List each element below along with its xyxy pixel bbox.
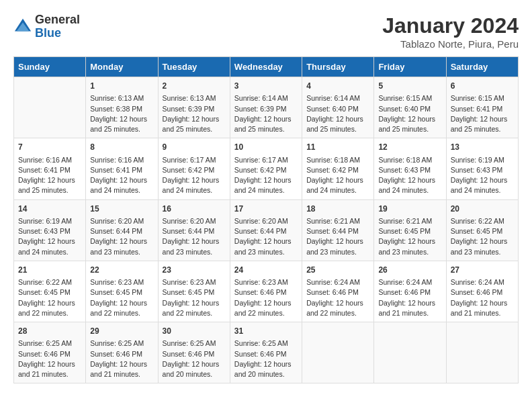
header-row: Sunday Monday Tuesday Wednesday Thursday… bbox=[14, 57, 519, 77]
page-header: General Blue January 2024 Tablazo Norte,… bbox=[13, 13, 519, 50]
day-details: Sunrise: 6:22 AM Sunset: 6:45 PM Dayligh… bbox=[18, 277, 81, 318]
day-details: Sunrise: 6:23 AM Sunset: 6:45 PM Dayligh… bbox=[90, 277, 153, 318]
day-details: Sunrise: 6:24 AM Sunset: 6:46 PM Dayligh… bbox=[378, 277, 441, 318]
calendar-cell: 23Sunrise: 6:23 AM Sunset: 6:45 PM Dayli… bbox=[158, 261, 230, 322]
day-details: Sunrise: 6:25 AM Sunset: 6:46 PM Dayligh… bbox=[234, 338, 298, 379]
logo: General Blue bbox=[13, 13, 80, 40]
day-number: 20 bbox=[451, 203, 514, 215]
day-details: Sunrise: 6:13 AM Sunset: 6:38 PM Dayligh… bbox=[90, 93, 153, 134]
calendar-cell: 24Sunrise: 6:23 AM Sunset: 6:46 PM Dayli… bbox=[230, 261, 302, 322]
day-number: 8 bbox=[90, 142, 153, 153]
day-details: Sunrise: 6:19 AM Sunset: 6:43 PM Dayligh… bbox=[18, 216, 81, 257]
day-number: 21 bbox=[18, 265, 81, 276]
calendar-cell: 11Sunrise: 6:18 AM Sunset: 6:42 PM Dayli… bbox=[302, 138, 374, 199]
day-details: Sunrise: 6:20 AM Sunset: 6:44 PM Dayligh… bbox=[234, 216, 298, 257]
day-number: 29 bbox=[90, 326, 153, 337]
header-friday: Friday bbox=[374, 57, 446, 77]
day-number: 19 bbox=[378, 203, 441, 215]
calendar-cell: 27Sunrise: 6:24 AM Sunset: 6:46 PM Dayli… bbox=[446, 261, 518, 322]
calendar-cell bbox=[446, 322, 518, 383]
calendar-cell: 17Sunrise: 6:20 AM Sunset: 6:44 PM Dayli… bbox=[230, 199, 302, 261]
day-details: Sunrise: 6:17 AM Sunset: 6:42 PM Dayligh… bbox=[234, 155, 298, 196]
day-number: 31 bbox=[234, 326, 298, 337]
calendar-week-row: 7Sunrise: 6:16 AM Sunset: 6:41 PM Daylig… bbox=[14, 138, 519, 199]
calendar-cell: 12Sunrise: 6:18 AM Sunset: 6:43 PM Dayli… bbox=[374, 138, 446, 199]
logo-icon bbox=[13, 17, 32, 36]
day-number: 1 bbox=[90, 81, 153, 92]
day-details: Sunrise: 6:23 AM Sunset: 6:45 PM Dayligh… bbox=[163, 277, 226, 318]
calendar-header: Sunday Monday Tuesday Wednesday Thursday… bbox=[14, 57, 519, 77]
calendar-cell: 26Sunrise: 6:24 AM Sunset: 6:46 PM Dayli… bbox=[374, 261, 446, 322]
calendar-week-row: 14Sunrise: 6:19 AM Sunset: 6:43 PM Dayli… bbox=[14, 199, 519, 261]
day-details: Sunrise: 6:25 AM Sunset: 6:46 PM Dayligh… bbox=[90, 338, 153, 379]
day-details: Sunrise: 6:24 AM Sunset: 6:46 PM Dayligh… bbox=[451, 277, 514, 318]
day-details: Sunrise: 6:17 AM Sunset: 6:42 PM Dayligh… bbox=[163, 155, 226, 196]
day-number: 28 bbox=[18, 326, 81, 337]
day-number: 10 bbox=[234, 142, 298, 153]
page-title: January 2024 bbox=[382, 13, 519, 38]
calendar-body: 1Sunrise: 6:13 AM Sunset: 6:38 PM Daylig… bbox=[14, 77, 519, 383]
day-details: Sunrise: 6:25 AM Sunset: 6:46 PM Dayligh… bbox=[18, 338, 81, 379]
logo-general-text: General bbox=[35, 13, 80, 27]
calendar-cell: 15Sunrise: 6:20 AM Sunset: 6:44 PM Dayli… bbox=[86, 199, 158, 261]
day-details: Sunrise: 6:21 AM Sunset: 6:45 PM Dayligh… bbox=[378, 216, 441, 257]
calendar-week-row: 21Sunrise: 6:22 AM Sunset: 6:45 PM Dayli… bbox=[14, 261, 519, 322]
day-number: 15 bbox=[90, 203, 153, 215]
calendar-cell: 28Sunrise: 6:25 AM Sunset: 6:46 PM Dayli… bbox=[14, 322, 86, 383]
day-number: 18 bbox=[306, 203, 369, 215]
day-number: 17 bbox=[234, 203, 298, 215]
day-number: 14 bbox=[18, 203, 81, 215]
logo-blue-text: Blue bbox=[35, 27, 80, 40]
day-number: 9 bbox=[163, 142, 226, 153]
day-details: Sunrise: 6:18 AM Sunset: 6:43 PM Dayligh… bbox=[378, 155, 441, 196]
calendar-cell: 8Sunrise: 6:16 AM Sunset: 6:41 PM Daylig… bbox=[86, 138, 158, 199]
day-details: Sunrise: 6:16 AM Sunset: 6:41 PM Dayligh… bbox=[18, 155, 81, 196]
calendar-week-row: 28Sunrise: 6:25 AM Sunset: 6:46 PM Dayli… bbox=[14, 322, 519, 383]
title-block: January 2024 Tablazo Norte, Piura, Peru bbox=[382, 13, 519, 50]
calendar-cell: 5Sunrise: 6:15 AM Sunset: 6:40 PM Daylig… bbox=[374, 77, 446, 138]
header-saturday: Saturday bbox=[446, 57, 518, 77]
day-number: 12 bbox=[378, 142, 441, 153]
calendar-cell bbox=[14, 77, 86, 138]
logo-text: General Blue bbox=[35, 13, 80, 40]
header-sunday: Sunday bbox=[14, 57, 86, 77]
day-details: Sunrise: 6:19 AM Sunset: 6:43 PM Dayligh… bbox=[451, 155, 514, 196]
day-details: Sunrise: 6:13 AM Sunset: 6:39 PM Dayligh… bbox=[163, 93, 226, 134]
day-number: 26 bbox=[378, 265, 441, 276]
day-number: 24 bbox=[234, 265, 298, 276]
day-number: 22 bbox=[90, 265, 153, 276]
day-details: Sunrise: 6:21 AM Sunset: 6:44 PM Dayligh… bbox=[306, 216, 369, 257]
day-number: 6 bbox=[451, 81, 514, 92]
calendar-cell: 4Sunrise: 6:14 AM Sunset: 6:40 PM Daylig… bbox=[302, 77, 374, 138]
calendar-cell: 3Sunrise: 6:14 AM Sunset: 6:39 PM Daylig… bbox=[230, 77, 302, 138]
calendar-cell bbox=[374, 322, 446, 383]
day-number: 11 bbox=[306, 142, 369, 153]
day-details: Sunrise: 6:20 AM Sunset: 6:44 PM Dayligh… bbox=[163, 216, 226, 257]
calendar-cell: 16Sunrise: 6:20 AM Sunset: 6:44 PM Dayli… bbox=[158, 199, 230, 261]
calendar-table: Sunday Monday Tuesday Wednesday Thursday… bbox=[13, 56, 519, 383]
calendar-cell: 14Sunrise: 6:19 AM Sunset: 6:43 PM Dayli… bbox=[14, 199, 86, 261]
day-number: 5 bbox=[378, 81, 441, 92]
day-details: Sunrise: 6:24 AM Sunset: 6:46 PM Dayligh… bbox=[306, 277, 369, 318]
calendar-cell: 31Sunrise: 6:25 AM Sunset: 6:46 PM Dayli… bbox=[230, 322, 302, 383]
calendar-cell: 19Sunrise: 6:21 AM Sunset: 6:45 PM Dayli… bbox=[374, 199, 446, 261]
day-details: Sunrise: 6:25 AM Sunset: 6:46 PM Dayligh… bbox=[163, 338, 226, 379]
day-details: Sunrise: 6:20 AM Sunset: 6:44 PM Dayligh… bbox=[90, 216, 153, 257]
day-number: 25 bbox=[306, 265, 369, 276]
day-number: 7 bbox=[18, 142, 81, 153]
day-number: 2 bbox=[163, 81, 226, 92]
calendar-cell: 6Sunrise: 6:15 AM Sunset: 6:41 PM Daylig… bbox=[446, 77, 518, 138]
calendar-cell: 25Sunrise: 6:24 AM Sunset: 6:46 PM Dayli… bbox=[302, 261, 374, 322]
calendar-week-row: 1Sunrise: 6:13 AM Sunset: 6:38 PM Daylig… bbox=[14, 77, 519, 138]
page-subtitle: Tablazo Norte, Piura, Peru bbox=[382, 38, 519, 50]
calendar-cell: 7Sunrise: 6:16 AM Sunset: 6:41 PM Daylig… bbox=[14, 138, 86, 199]
calendar-cell: 21Sunrise: 6:22 AM Sunset: 6:45 PM Dayli… bbox=[14, 261, 86, 322]
calendar-cell: 30Sunrise: 6:25 AM Sunset: 6:46 PM Dayli… bbox=[158, 322, 230, 383]
day-number: 13 bbox=[451, 142, 514, 153]
day-number: 3 bbox=[234, 81, 298, 92]
day-details: Sunrise: 6:23 AM Sunset: 6:46 PM Dayligh… bbox=[234, 277, 298, 318]
day-details: Sunrise: 6:22 AM Sunset: 6:45 PM Dayligh… bbox=[451, 216, 514, 257]
day-details: Sunrise: 6:15 AM Sunset: 6:40 PM Dayligh… bbox=[378, 93, 441, 134]
day-details: Sunrise: 6:14 AM Sunset: 6:40 PM Dayligh… bbox=[306, 93, 369, 134]
header-thursday: Thursday bbox=[302, 57, 374, 77]
